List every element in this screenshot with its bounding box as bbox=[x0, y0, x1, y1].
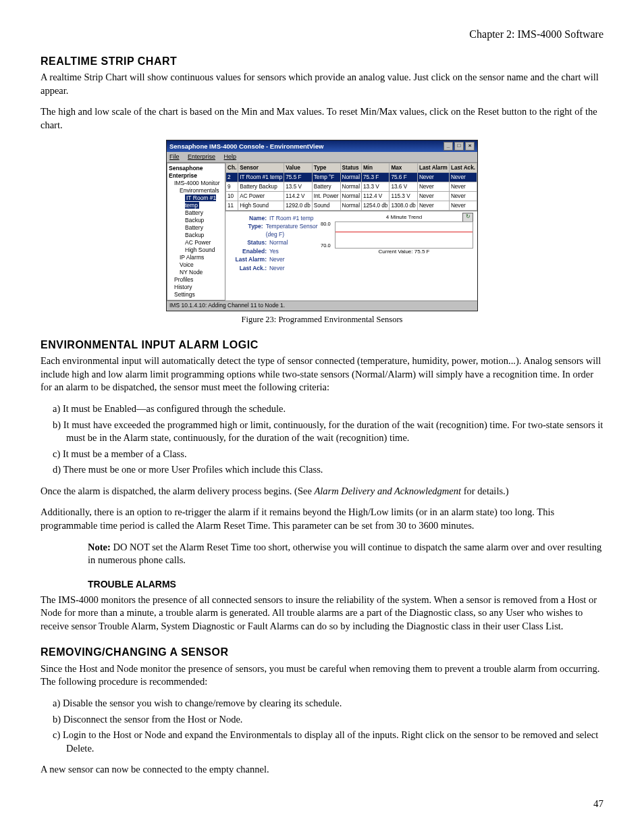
cell: Normal bbox=[340, 182, 361, 191]
cell: Never bbox=[449, 172, 477, 182]
cell: 10 bbox=[225, 191, 238, 201]
page-number: 47 bbox=[41, 797, 603, 810]
cell: High Sound bbox=[238, 201, 284, 210]
tree-item[interactable]: Battery Backup bbox=[185, 224, 223, 239]
tree-item[interactable]: Profiles bbox=[174, 276, 223, 284]
note-body: DO NOT set the Alarm Reset Time too shor… bbox=[88, 542, 601, 566]
menu-file[interactable]: File bbox=[169, 153, 180, 160]
detail-status-value: Normal bbox=[269, 239, 288, 246]
table-row[interactable]: 2 IT Room #1 temp 75.5 F Temp °F Normal … bbox=[225, 172, 477, 182]
tree-item[interactable]: AC Power bbox=[185, 239, 223, 246]
cell: Sound bbox=[312, 201, 340, 210]
cell: 13.6 V bbox=[390, 182, 417, 191]
nav-tree[interactable]: Sensaphone Enterprise IMS-4000 Monitor E… bbox=[167, 163, 225, 301]
cell: Int. Power bbox=[312, 191, 340, 201]
removing-p2: A new sensor can now be connected to the… bbox=[41, 763, 603, 777]
removing-p1: Since the Host and Node monitor the pres… bbox=[41, 662, 603, 689]
tree-item[interactable]: Voice bbox=[180, 261, 223, 269]
cell: 1308.0 db bbox=[390, 201, 417, 210]
cell: 13.5 V bbox=[284, 182, 312, 191]
cell: Temp °F bbox=[312, 172, 340, 182]
detail-lastack-value: Never bbox=[269, 265, 285, 272]
sensor-table[interactable]: Ch. Sensor Value Type Status Min Max Las… bbox=[225, 163, 477, 211]
col-status[interactable]: Status bbox=[340, 163, 361, 172]
cell: Normal bbox=[340, 201, 361, 210]
detail-status-label: Status: bbox=[230, 239, 269, 246]
cell: 115.3 V bbox=[390, 191, 417, 201]
app-window: Sensaphone IMS-4000 Console - Environmen… bbox=[166, 140, 478, 311]
section-envlogic-title: ENVIRONMENTAL INPUT ALARM LOGIC bbox=[41, 338, 603, 353]
cell: 75.3 F bbox=[362, 172, 390, 182]
envlogic-item-b: b) It must have exceeded the programmed … bbox=[53, 419, 603, 445]
cell: 9 bbox=[225, 182, 238, 191]
tree-item[interactable]: History bbox=[174, 284, 223, 291]
section-removing-title: REMOVING/CHANGING A SENSOR bbox=[41, 645, 603, 660]
cell: 2 bbox=[225, 172, 238, 182]
cell: Never bbox=[417, 191, 449, 201]
window-titlebar: Sensaphone IMS-4000 Console - Environmen… bbox=[167, 140, 477, 152]
menu-help[interactable]: Help bbox=[224, 153, 237, 160]
tree-item[interactable]: Environmentals bbox=[180, 187, 223, 194]
table-row[interactable]: 11 High Sound 1292.0 db Sound Normal 125… bbox=[225, 201, 477, 210]
note-block: Note: DO NOT set the Alarm Reset Time to… bbox=[88, 541, 603, 567]
envlogic-p2a: Once the alarm is dispatched, the alarm … bbox=[41, 486, 314, 496]
envlogic-item-c: c) It must be a member of a Class. bbox=[53, 448, 603, 461]
detail-enabled-label: Enabled: bbox=[230, 248, 269, 255]
col-max[interactable]: Max bbox=[390, 163, 417, 172]
col-sensor[interactable]: Sensor bbox=[238, 163, 284, 172]
envlogic-p2-italic: Alarm Delivery and Acknowledgment bbox=[314, 486, 461, 496]
tree-item[interactable]: IMS-4000 Monitor bbox=[174, 180, 223, 187]
trend-plot: 80.0 70.0 bbox=[335, 221, 473, 249]
trouble-p1: The IMS-4000 monitors the presence of al… bbox=[41, 594, 603, 633]
cell: IT Room #1 temp bbox=[238, 172, 284, 182]
cell: Normal bbox=[340, 191, 361, 201]
cell: 112.4 V bbox=[362, 191, 390, 201]
cell: 1254.0 db bbox=[362, 201, 390, 210]
table-row[interactable]: 10 AC Power 114.2 V Int. Power Normal 11… bbox=[225, 191, 477, 201]
envlogic-p2: Once the alarm is dispatched, the alarm … bbox=[41, 485, 603, 498]
table-row[interactable]: 9 Battery Backup 13.5 V Battery Normal 1… bbox=[225, 182, 477, 191]
cell: 11 bbox=[225, 201, 238, 210]
cell: AC Power bbox=[238, 191, 284, 201]
menu-bar: File Enterprise Help bbox=[167, 152, 477, 162]
tree-root[interactable]: Sensaphone Enterprise bbox=[169, 165, 223, 180]
cell: Never bbox=[449, 201, 477, 210]
cell: 75.5 F bbox=[284, 172, 312, 182]
tree-item[interactable]: NY Node bbox=[180, 269, 223, 276]
removing-item-a: a) Disable the sensor you wish to change… bbox=[53, 697, 603, 710]
col-ch[interactable]: Ch. bbox=[225, 163, 238, 172]
tree-item[interactable]: Battery Backup bbox=[185, 209, 223, 224]
close-icon[interactable]: × bbox=[465, 142, 475, 151]
cell: 114.2 V bbox=[284, 191, 312, 201]
detail-lastack-label: Last Ack.: bbox=[230, 265, 269, 272]
trend-axis-hi: 80.0 bbox=[321, 221, 331, 228]
cell: Never bbox=[417, 182, 449, 191]
detail-pane: Name:IT Room #1 temp Type:Temperature Se… bbox=[225, 211, 477, 276]
detail-enabled-value: Yes bbox=[269, 248, 279, 255]
detail-type-label: Type: bbox=[230, 223, 266, 238]
tree-item[interactable]: High Sound bbox=[185, 246, 223, 254]
col-lastalarm[interactable]: Last Alarm bbox=[417, 163, 449, 172]
detail-lastalarm-label: Last Alarm: bbox=[230, 256, 269, 263]
maximize-icon[interactable]: □ bbox=[454, 142, 464, 151]
chapter-header: Chapter 2: IMS-4000 Software bbox=[41, 27, 603, 42]
trend-chart: ↻ 4 Minute Trend 80.0 70.0 Current Value… bbox=[335, 214, 473, 273]
envlogic-item-d: d) There must be one or more User Profil… bbox=[53, 463, 603, 477]
envlogic-p2b: for details.) bbox=[461, 486, 508, 496]
col-min[interactable]: Min bbox=[362, 163, 390, 172]
cell: Never bbox=[449, 191, 477, 201]
envlogic-p3: Additionally, there is an option to re-t… bbox=[41, 506, 603, 532]
tree-item[interactable]: IP Alarms bbox=[180, 254, 223, 261]
cell: 13.3 V bbox=[362, 182, 390, 191]
removing-item-c: c) Login to the Host or Node and expand … bbox=[53, 729, 603, 755]
cell: 75.6 F bbox=[390, 172, 417, 182]
cell: Normal bbox=[340, 172, 361, 182]
tree-item-selected[interactable]: IT Room #1 temp bbox=[185, 194, 216, 209]
col-value[interactable]: Value bbox=[284, 163, 312, 172]
menu-enterprise[interactable]: Enterprise bbox=[188, 153, 215, 160]
minimize-icon[interactable]: _ bbox=[444, 142, 453, 151]
cell: Never bbox=[417, 172, 449, 182]
col-type[interactable]: Type bbox=[312, 163, 340, 172]
tree-item[interactable]: Settings bbox=[174, 291, 223, 298]
col-lastack[interactable]: Last Ack. bbox=[449, 163, 477, 172]
